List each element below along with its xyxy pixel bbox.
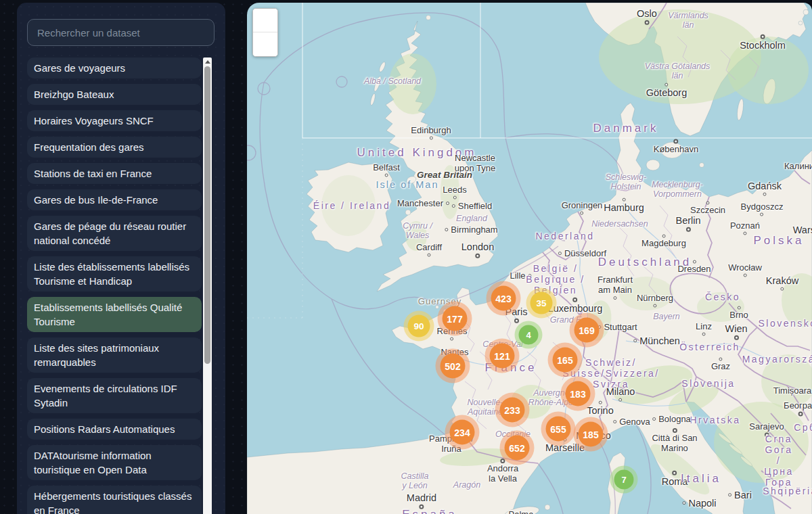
cluster-marker[interactable]: 655 bbox=[541, 412, 576, 446]
cluster-marker[interactable]: 183 bbox=[561, 377, 595, 411]
cluster-count: 655 bbox=[546, 417, 571, 442]
dataset-list: Gares de voyageursBreizhgo BateauxHorair… bbox=[27, 57, 202, 514]
cluster-marker[interactable]: 502 bbox=[436, 349, 470, 383]
dataset-item[interactable]: Gares de péage du réseau routier nationa… bbox=[27, 216, 202, 251]
dataset-item[interactable]: Liste des sites patrimoniaux remarquable… bbox=[27, 337, 202, 373]
cluster-count: 652 bbox=[505, 436, 530, 461]
cluster-count: 90 bbox=[408, 315, 430, 337]
dataset-item[interactable]: Gares de bus Ile-de-France bbox=[27, 189, 202, 210]
cluster-marker[interactable]: 90 bbox=[404, 311, 434, 342]
cluster-count: 177 bbox=[443, 306, 468, 331]
cluster-marker[interactable]: 177 bbox=[438, 302, 472, 336]
app-window: Gares de voyageursBreizhgo BateauxHorair… bbox=[0, 0, 812, 514]
zoom-in-button[interactable] bbox=[253, 9, 277, 32]
dataset-item[interactable]: Positions Radars Automatiques bbox=[27, 419, 202, 440]
cluster-marker[interactable]: 4 bbox=[515, 321, 543, 349]
cluster-marker[interactable]: 234 bbox=[445, 415, 480, 450]
cluster-count: 183 bbox=[566, 381, 591, 406]
cluster-marker[interactable]: 165 bbox=[548, 343, 583, 377]
search-input[interactable] bbox=[27, 19, 215, 46]
cluster-count: 4 bbox=[519, 325, 539, 345]
cluster-marker[interactable]: 423 bbox=[487, 281, 521, 316]
cluster-count: 233 bbox=[500, 398, 525, 423]
sidebar: Gares de voyageursBreizhgo BateauxHorair… bbox=[17, 3, 225, 514]
dataset-item[interactable]: Horaires Voyageurs SNCF bbox=[27, 110, 202, 131]
dataset-item[interactable]: Etablissements labellisés Qualité Touris… bbox=[27, 297, 202, 332]
cluster-count: 185 bbox=[579, 422, 604, 447]
cluster-marker[interactable]: 7 bbox=[610, 466, 638, 494]
scrollbar-up-icon[interactable] bbox=[205, 60, 210, 64]
dataset-item[interactable]: Hébergements touristiques classés en Fra… bbox=[27, 486, 202, 514]
scrollbar-thumb[interactable] bbox=[204, 66, 210, 364]
cluster-count: 169 bbox=[574, 318, 600, 343]
cluster-marker[interactable]: 185 bbox=[574, 417, 608, 452]
cluster-marker[interactable]: 233 bbox=[495, 393, 530, 427]
scrollbar-track[interactable] bbox=[203, 57, 212, 514]
cluster-count: 423 bbox=[491, 286, 516, 311]
cluster-count: 7 bbox=[614, 470, 634, 490]
dataset-item[interactable]: Breizhgo Bateaux bbox=[27, 84, 202, 105]
zoom-out-button[interactable] bbox=[253, 32, 277, 56]
dataset-item[interactable]: Liste des établissements labellisés Tour… bbox=[27, 256, 202, 291]
cluster-count: 165 bbox=[553, 348, 578, 373]
cluster-marker[interactable]: 35 bbox=[526, 288, 557, 319]
zoom-control bbox=[252, 8, 278, 57]
dataset-item[interactable]: DATAtourisme information touristique en … bbox=[27, 445, 202, 480]
map-canvas[interactable]: OsloVärmlands länStockholmVästra Götalan… bbox=[247, 3, 812, 514]
dataset-item[interactable]: Gares de voyageurs bbox=[27, 57, 202, 78]
cluster-marker[interactable]: 169 bbox=[570, 313, 604, 348]
cluster-count: 35 bbox=[531, 292, 553, 314]
cluster-marker[interactable]: 652 bbox=[500, 431, 535, 465]
cluster-marker[interactable]: 121 bbox=[485, 339, 520, 373]
dataset-item[interactable]: Evenements de circulations IDF Sytadin bbox=[27, 378, 202, 413]
cluster-count: 234 bbox=[450, 420, 475, 445]
dataset-item[interactable]: Frequentation des gares bbox=[27, 137, 202, 158]
cluster-count: 121 bbox=[490, 344, 515, 369]
cluster-count: 502 bbox=[441, 354, 466, 379]
dataset-item[interactable]: Stations de taxi en France bbox=[27, 163, 202, 184]
